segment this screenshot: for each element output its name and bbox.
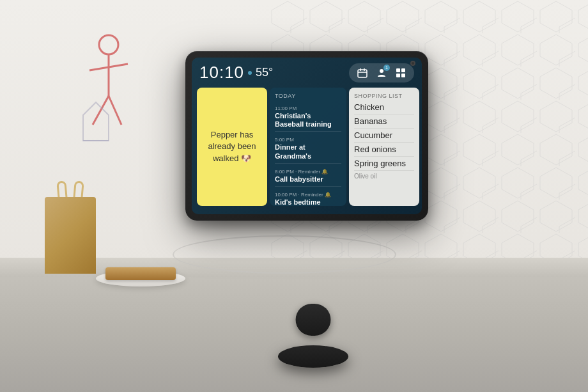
svg-rect-16 (396, 74, 400, 77)
svg-point-13 (380, 69, 383, 73)
calendar-event-1: 11:00 PM Christian's Baseball training (275, 103, 341, 132)
event-time-1: 11:00 PM (275, 106, 341, 111)
shopping-item-3: Cucumber (354, 129, 414, 143)
shopping-item-4: Red onions (354, 143, 414, 157)
time-temperature-display: 10:10 55° (199, 63, 273, 82)
paper-bag (45, 178, 96, 274)
shopping-item-1: Chicken (354, 100, 414, 114)
temperature-display: 55° (256, 66, 273, 79)
toast (105, 267, 176, 280)
event-title-4: Kid's bedtime (275, 198, 341, 207)
scene: 10:10 55° (0, 0, 588, 392)
calendar-card-label: Today (275, 93, 341, 99)
event-title-3: Call babysitter (275, 175, 341, 184)
calendar-card[interactable]: Today 11:00 PM Christian's Baseball trai… (270, 88, 346, 206)
device-frame: 10:10 55° (185, 51, 428, 221)
stand-neck (296, 304, 331, 336)
svg-rect-14 (396, 68, 400, 72)
svg-point-3 (99, 35, 118, 54)
kids-drawing (77, 26, 141, 153)
stand-base (278, 345, 348, 368)
calendar-event-2: 5:00 PM Dinner at Grandma's (275, 134, 341, 163)
sticky-note-text: Pepper has already been walked 🐶 (205, 129, 259, 164)
event-title-2: Dinner at Grandma's (275, 143, 341, 160)
dot-separator (248, 71, 252, 75)
calendar-event-3: 8:00 PM · Reminder 🔔 Call babysitter (275, 166, 341, 187)
device-screen[interactable]: 10:10 55° (192, 58, 422, 214)
svg-rect-15 (401, 68, 405, 72)
echo-show-device: 10:10 55° (185, 51, 441, 294)
svg-line-7 (109, 96, 121, 125)
event-title-1: Christian's Baseball training (275, 112, 341, 129)
clock-display: 10:10 (199, 63, 244, 82)
person-icon[interactable]: 1 (375, 66, 389, 80)
camera-dot (410, 61, 415, 66)
grid-icon[interactable] (394, 66, 408, 80)
sticky-note-card: Pepper has already been walked 🐶 (197, 88, 267, 206)
shopping-item-2: Bananas (354, 114, 414, 129)
calendar-icon[interactable] (355, 66, 369, 80)
shopping-list-card[interactable]: Shopping List Chicken Bananas Cucumber R… (349, 88, 419, 206)
calendar-event-4: 10:00 PM · Reminder 🔔 Kid's bedtime (275, 189, 341, 209)
svg-rect-9 (358, 70, 367, 77)
svg-rect-17 (401, 74, 405, 77)
header-icon-group[interactable]: 1 (349, 63, 414, 82)
event-time-3: 8:00 PM · Reminder 🔔 (275, 169, 341, 175)
screen-header: 10:10 55° (192, 58, 422, 88)
shopping-item-5: Spring greens (354, 157, 414, 171)
device-stand (275, 304, 352, 368)
notification-badge: 1 (383, 65, 390, 71)
bag-body (45, 197, 96, 274)
shopping-item-6: Olive oil (354, 171, 414, 182)
event-time-4: 10:00 PM · Reminder 🔔 (275, 192, 341, 198)
svg-line-6 (93, 96, 109, 125)
screen-content-area: Pepper has already been walked 🐶 Today 1… (192, 88, 422, 211)
event-time-2: 5:00 PM (275, 137, 341, 143)
shopping-list-label: Shopping List (354, 93, 414, 99)
